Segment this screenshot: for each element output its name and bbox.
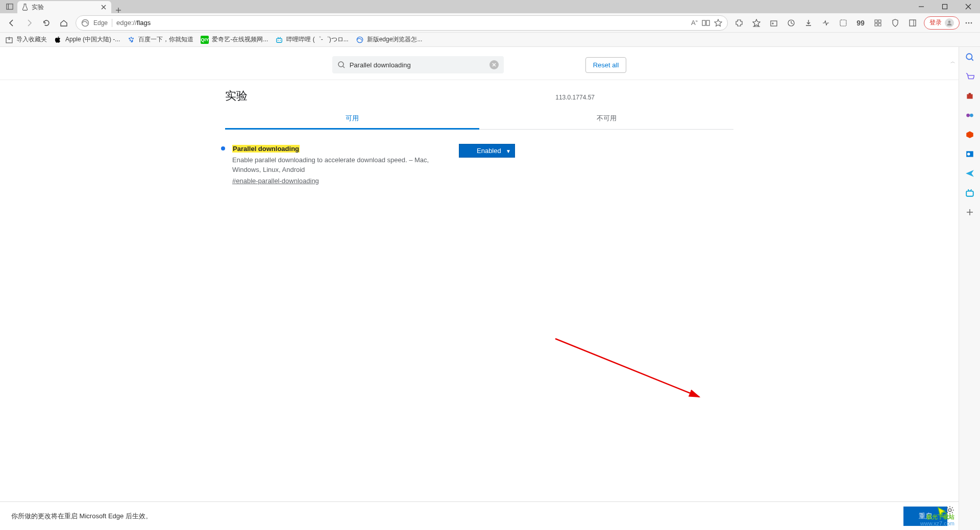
- side-panel-icon[interactable]: [904, 15, 921, 31]
- screenshot-icon[interactable]: [835, 15, 851, 31]
- quote-icon[interactable]: 99: [852, 15, 869, 31]
- avatar-icon: [945, 18, 954, 28]
- sidebar-add-icon[interactable]: [965, 207, 975, 217]
- bookmarks-bar: 导入收藏夹 Apple (中国大陆) -... 百度一下，你就知道 QIY 爱奇…: [0, 33, 980, 47]
- svg-point-26: [966, 22, 967, 23]
- forward-button[interactable]: [20, 15, 38, 31]
- extensions-icon[interactable]: [731, 15, 747, 31]
- watermark-line2: www.xz7.com: [920, 520, 954, 527]
- svg-rect-34: [277, 38, 282, 42]
- address-bar[interactable]: Edge edge://flags A»: [76, 15, 728, 31]
- right-sidebar: [959, 47, 980, 530]
- flag-text-block: Parallel downloading Enable parallel dow…: [232, 144, 447, 186]
- history-icon[interactable]: [783, 15, 799, 31]
- window-minimize-button[interactable]: [910, 0, 933, 13]
- sidebar-send-icon[interactable]: [965, 168, 975, 179]
- scroll-up-icon[interactable]: ︿: [950, 58, 955, 65]
- home-button[interactable]: [55, 15, 72, 31]
- apps-icon[interactable]: [870, 15, 886, 31]
- flags-search-input[interactable]: [350, 61, 485, 69]
- search-clear-button[interactable]: [489, 60, 499, 69]
- flags-search-box[interactable]: [332, 56, 504, 73]
- downloads-icon[interactable]: [800, 15, 817, 31]
- svg-rect-7: [943, 5, 947, 9]
- svg-point-32: [133, 37, 134, 39]
- titlebar-left: [0, 0, 15, 13]
- tab-actions-icon[interactable]: [4, 3, 15, 10]
- window-close-button[interactable]: [957, 0, 980, 13]
- svg-point-33: [130, 39, 131, 41]
- sidebar-bilibili-icon[interactable]: [965, 188, 975, 198]
- svg-line-46: [971, 59, 973, 60]
- performance-icon[interactable]: [818, 15, 834, 31]
- sidebar-office-icon[interactable]: [965, 130, 975, 140]
- collections-icon[interactable]: [766, 15, 782, 31]
- edge-logo-icon: [81, 19, 89, 27]
- text-size-icon[interactable]: A»: [691, 19, 698, 27]
- flag-state-select-wrap: Enabled ▼: [459, 144, 515, 158]
- sidebar-search-icon[interactable]: [965, 52, 975, 62]
- svg-rect-20: [878, 20, 881, 22]
- back-button[interactable]: [3, 15, 20, 31]
- svg-line-41: [343, 66, 345, 68]
- flag-entry: Parallel downloading Enable parallel dow…: [225, 130, 733, 186]
- tab-title: 实验: [32, 3, 44, 12]
- address-url: edge://flags: [116, 19, 687, 27]
- tab-close-button[interactable]: [100, 4, 107, 11]
- toolbar-right: 99 登录: [731, 15, 977, 31]
- bookmark-label: 哔哩哔哩 (゜-゜)つロ...: [286, 35, 348, 44]
- browser-tab-active[interactable]: 实验: [17, 1, 111, 13]
- sidebar-outlook-icon[interactable]: [965, 149, 975, 159]
- tab-unavailable[interactable]: 不可用: [479, 109, 733, 129]
- flags-header: Reset all ︿: [0, 47, 959, 80]
- svg-rect-19: [875, 20, 877, 22]
- reset-all-button[interactable]: Reset all: [585, 57, 627, 73]
- address-edge-label: Edge: [93, 19, 108, 27]
- reload-button[interactable]: [38, 15, 55, 31]
- favorites-icon[interactable]: [748, 15, 765, 31]
- svg-rect-23: [910, 20, 916, 26]
- apple-favicon-icon: [54, 36, 62, 44]
- window-titlebar: 实验: [0, 0, 980, 13]
- bookmark-item[interactable]: 哔哩哔哩 (゜-゜)つロ...: [275, 35, 348, 44]
- sidebar-shopping-icon[interactable]: [965, 71, 975, 82]
- login-label: 登录: [929, 18, 942, 27]
- svg-point-50: [970, 114, 973, 117]
- window-maximize-button[interactable]: [933, 0, 957, 13]
- sidebar-tools-icon[interactable]: [965, 91, 975, 101]
- sidebar-games-icon[interactable]: [965, 110, 975, 120]
- svg-rect-48: [968, 93, 971, 94]
- tab-available[interactable]: 可用: [225, 109, 479, 130]
- svg-point-45: [966, 54, 972, 59]
- bookmark-item[interactable]: QIY 爱奇艺-在线视频网...: [201, 35, 268, 44]
- bookmark-item[interactable]: 百度一下，你就知道: [127, 35, 193, 44]
- restart-banner: 你所做的更改将在重启 Microsoft Edge 后生效。 重启: [0, 501, 959, 530]
- new-tab-button[interactable]: [111, 7, 126, 13]
- reader-icon[interactable]: [702, 19, 710, 27]
- main-content: Reset all ︿ 实验 113.0.1774.57 可用 不可用 Para…: [0, 47, 959, 530]
- import-bookmarks-button[interactable]: 导入收藏夹: [5, 35, 47, 44]
- window-controls: [910, 0, 980, 13]
- more-menu-icon[interactable]: [961, 15, 977, 31]
- svg-point-30: [129, 37, 131, 39]
- address-separator: [112, 19, 112, 27]
- bilibili-favicon-icon: [275, 36, 283, 44]
- page-title: 实验: [225, 88, 248, 104]
- bookmark-item[interactable]: 新版edge浏览器怎...: [356, 35, 423, 44]
- flag-name: Parallel downloading: [232, 145, 300, 153]
- shield-icon[interactable]: [887, 15, 903, 31]
- experiments-header: 实验 113.0.1774.57: [225, 88, 733, 109]
- annotation-arrow: [554, 338, 707, 404]
- bookmark-item[interactable]: Apple (中国大陆) -...: [54, 35, 120, 44]
- bullet-icon: [221, 146, 225, 150]
- favorite-star-icon[interactable]: [714, 19, 722, 27]
- flag-hash-link[interactable]: #enable-parallel-downloading: [232, 176, 319, 186]
- iqiyi-favicon-icon: QIY: [201, 36, 209, 44]
- watermark: 极光下载站 www.xz7.com: [920, 514, 954, 527]
- restart-message: 你所做的更改将在重启 Microsoft Edge 后生效。: [11, 512, 152, 521]
- browser-toolbar: Edge edge://flags A» 99 登录: [0, 13, 980, 33]
- svg-rect-47: [967, 94, 972, 99]
- login-button[interactable]: 登录: [924, 16, 960, 30]
- watermark-line1: 极光下载站: [920, 514, 954, 520]
- flag-state-select[interactable]: Enabled: [459, 144, 515, 158]
